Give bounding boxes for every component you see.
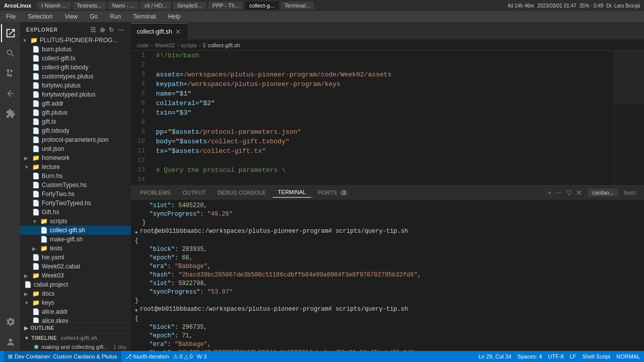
outline-header[interactable]: ▶ OUTLINE xyxy=(20,323,131,333)
tree-file-customtypes-hs[interactable]: 📄 CustomTypes.hs xyxy=(20,180,131,190)
panel-tab-debug[interactable]: DEBUG CONSOLE xyxy=(212,188,271,198)
activity-extensions[interactable] xyxy=(1,105,19,123)
tree-file-alice-addr[interactable]: 📄 alice.addr xyxy=(20,307,131,316)
tree-folder-docs[interactable]: ▶ 📁 docs xyxy=(20,289,131,298)
remote-icon: ⊞ xyxy=(8,353,13,360)
tree-file-gift-tx[interactable]: 📄 gift.tx xyxy=(20,117,131,126)
tree-folder-lecture[interactable]: ▼ 📁 lecture xyxy=(20,162,131,171)
file-label: alice.addr xyxy=(42,308,68,315)
browser-tab-ppp[interactable]: PPP - Th... xyxy=(208,2,243,10)
activity-settings[interactable] xyxy=(1,313,19,331)
panel-icons: + ⋯ ▽ ✕ xyxy=(547,189,582,197)
menu-run[interactable]: Run xyxy=(108,12,123,21)
browser-tab-terminal[interactable]: Terminal... xyxy=(281,2,314,10)
tree-folder-tests[interactable]: ▶ 📁 tests xyxy=(20,244,131,253)
status-line-ending[interactable]: LF xyxy=(570,353,576,359)
tab-close-icon[interactable]: ✕ xyxy=(175,28,181,36)
top-bar-left: ArcoLinux I Niamh ... Testnets... Nami -… xyxy=(4,2,314,10)
browser-tab-niamh[interactable]: I Niamh ... xyxy=(37,2,70,10)
browser-tab-simples[interactable]: SimpleS... xyxy=(173,2,206,10)
tree-root-folder[interactable]: ▼ 📁 PLUTUS-PIONEER-PROG... xyxy=(20,36,131,45)
top-bar-right: 4d 14h 46m 2023/03/01 01:47 35% · 0:49 D… xyxy=(508,3,640,9)
folder-label: keys xyxy=(42,299,54,306)
status-language[interactable]: Shell Script xyxy=(582,353,610,359)
panel-tab-problems[interactable]: PROBLEMS xyxy=(135,188,176,198)
panel-split-icon[interactable]: ⋯ xyxy=(555,189,562,197)
browser-tab-testnets[interactable]: Testnets... xyxy=(73,2,106,10)
tree-file-make-gift-sh[interactable]: 📄 make-gift.sh xyxy=(20,235,131,244)
tree-file-fortytwo-hs[interactable]: 📄 FortyTwo.hs xyxy=(20,190,131,199)
panel-content[interactable]: "slot": 5405220, "syncProgress": "49.26"… xyxy=(131,200,644,351)
tree-folder-homework[interactable]: ▶ 📁 homework xyxy=(20,153,131,162)
status-remote[interactable]: ⊞ Dev Container: Custom Cardano & Plutus xyxy=(4,351,121,362)
file-icon: 📄 xyxy=(32,82,40,89)
breadcrumb-week02[interactable]: Week02 xyxy=(155,42,175,48)
tree-file-gift-txbody[interactable]: 📄 gift.txbody xyxy=(20,126,131,135)
tree-folder-keys[interactable]: ▼ 📁 keys xyxy=(20,298,131,307)
new-file-icon[interactable]: ☰ xyxy=(90,26,97,34)
terminal-tab-cardan[interactable]: cardan... xyxy=(588,189,618,197)
browser-tab-collect[interactable]: collect-g... xyxy=(245,2,278,10)
code-content[interactable]: 12345 678910 1112131415 1617181920 21 #!… xyxy=(131,51,644,185)
menu-selection[interactable]: Selection xyxy=(26,12,54,21)
tree-file-week02-cabal[interactable]: 📄 Week02.cabal xyxy=(20,262,131,271)
refresh-icon[interactable]: ↻ xyxy=(109,26,115,34)
activity-accounts[interactable] xyxy=(1,333,19,351)
status-encoding[interactable]: UTF-8 xyxy=(548,353,564,359)
panel-tab-terminal[interactable]: TERMINAL xyxy=(273,187,311,198)
tree-file-collect-tx[interactable]: 📄 collect-gift.tx xyxy=(20,54,131,63)
tree-file-gift-addr[interactable]: 📄 gift.addr xyxy=(20,99,131,108)
new-folder-icon[interactable]: ⊕ xyxy=(100,26,106,34)
folder-icon: 📁 xyxy=(32,272,40,279)
panel-close-icon[interactable]: ✕ xyxy=(576,189,582,197)
menu-help[interactable]: Help xyxy=(166,12,183,21)
editor-tab-collect-gift[interactable]: collect-gift.sh ✕ xyxy=(131,23,188,39)
folder-label: tests xyxy=(50,245,62,252)
tree-file-gift-hs[interactable]: 📄 Gift.hs xyxy=(20,208,131,217)
tree-folder-week03[interactable]: ▶ 📁 Week03 xyxy=(20,271,131,280)
panel-tab-ports[interactable]: PORTS 3 xyxy=(313,188,353,198)
collapse-all-icon[interactable]: ⋯ xyxy=(118,26,125,34)
tree-file-hie-yaml[interactable]: 📄 hie.yaml xyxy=(20,253,131,262)
activity-explorer[interactable] xyxy=(1,24,19,42)
panel-tab-output[interactable]: OUTPUT xyxy=(178,188,210,198)
status-git[interactable]: W 3 xyxy=(197,353,207,359)
tree-file-fortytwotyped[interactable]: 📄 fortytwotyped.plutus xyxy=(20,90,131,99)
tree-file-burn-plutus[interactable]: 📄 burn.plutus xyxy=(20,45,131,54)
tree-file-unit-json[interactable]: 📄 unit.json xyxy=(20,144,131,153)
code-editor[interactable]: 12345 678910 1112131415 1617181920 21 #!… xyxy=(131,51,644,185)
status-cursor-pos[interactable]: Ln 29, Col 34 xyxy=(478,353,511,359)
status-spaces[interactable]: Spaces: 4 xyxy=(517,353,542,359)
timeline-header[interactable]: ▼ TIMELINE collect-gift.sh xyxy=(20,333,131,343)
terminal-tab-bash[interactable]: bash xyxy=(620,189,640,197)
panel-add-icon[interactable]: + xyxy=(547,189,551,197)
tree-file-collect-txbody[interactable]: 📄 collect-gift.txbody xyxy=(20,63,131,72)
browser-tab-nami[interactable]: Nami - ... xyxy=(108,2,139,10)
tree-file-alice-skey[interactable]: 📄 alice.skey xyxy=(20,316,131,323)
activity-source-control[interactable] xyxy=(1,64,19,82)
menu-file[interactable]: File xyxy=(4,12,18,21)
breadcrumb-scripts[interactable]: scripts xyxy=(181,42,197,48)
activity-search[interactable] xyxy=(1,44,19,62)
status-errors[interactable]: ⚠ 0 △ 0 xyxy=(173,353,193,360)
tree-file-cabal-project[interactable]: 📄 cabal.project xyxy=(20,280,131,289)
timeline-file: collect-gift.sh xyxy=(61,335,98,341)
menu-go[interactable]: Go xyxy=(88,12,100,21)
menu-terminal[interactable]: Terminal xyxy=(131,12,158,21)
activity-run-debug[interactable] xyxy=(1,84,19,103)
tree-folder-scripts[interactable]: ▼ 📁 scripts xyxy=(20,217,131,226)
tree-file-burn-hs[interactable]: 📄 Burn.hs xyxy=(20,171,131,180)
menu-view[interactable]: View xyxy=(63,12,80,21)
tree-file-collect-gift-sh[interactable]: 📄 collect-gift.sh xyxy=(20,226,131,235)
tree-file-fortytwo[interactable]: 📄 fortytwo.plutus xyxy=(20,81,131,90)
tree-file-gift-plutus[interactable]: 📄 gift.plutus xyxy=(20,108,131,117)
panel-maximize-icon[interactable]: ▽ xyxy=(567,189,572,197)
tree-file-fortytwotyped-hs[interactable]: 📄 FortyTwoTyped.hs xyxy=(20,199,131,208)
browser-tab-cli[interactable]: cli / HD... xyxy=(140,2,171,10)
code-line-9: pp="$assets/protocol-parameters.json" xyxy=(156,127,614,137)
tree-file-customtypes[interactable]: 📄 customtypes.plutus xyxy=(20,72,131,81)
tree-file-protocol-params[interactable]: 📄 protocol-parameters.json xyxy=(20,135,131,144)
breadcrumb-file[interactable]: collect-gift.sh xyxy=(208,42,240,48)
status-branch[interactable]: ⎇ fourth-iteration xyxy=(125,353,169,360)
breadcrumb-code[interactable]: code xyxy=(137,42,149,48)
